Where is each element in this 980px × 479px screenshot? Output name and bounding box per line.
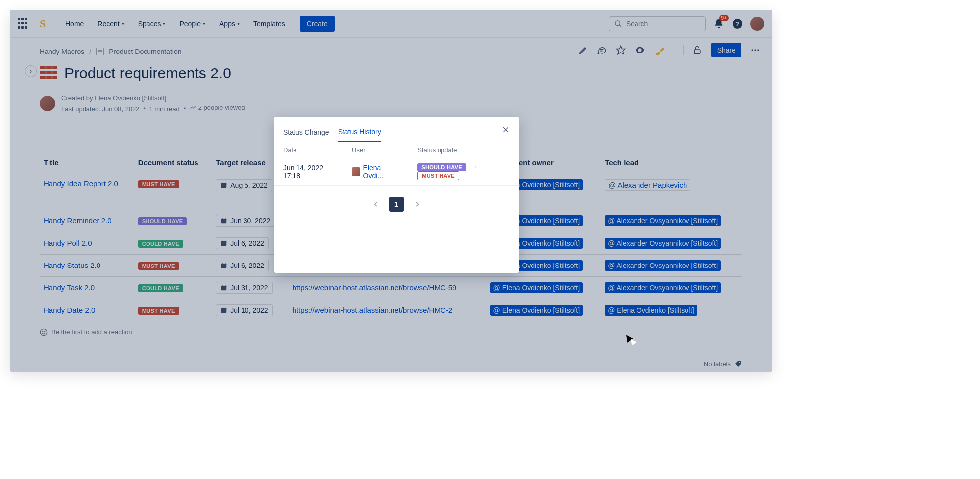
close-icon (502, 126, 510, 134)
app-frame: S Home Recent▾ Spaces▾ People▾ Apps▾ Tem… (10, 10, 772, 372)
hist-update: SHOULD HAVE → MUST HAVE (408, 158, 519, 186)
pager-page-1[interactable]: 1 (389, 197, 404, 212)
history-row: Jun 14, 2022 17:18 Elena Ovdi... SHOULD … (274, 158, 519, 186)
modal-close-button[interactable] (502, 126, 510, 139)
pager-next[interactable] (410, 197, 425, 212)
arrow-icon: → (471, 163, 478, 171)
hist-col-update: Status update (408, 142, 519, 158)
status-from: SHOULD HAVE (417, 163, 466, 171)
user-avatar-icon (352, 167, 360, 176)
tab-status-history[interactable]: Status History (338, 123, 381, 142)
hist-date: Jun 14, 2022 17:18 (274, 158, 343, 186)
chevron-right-icon (414, 201, 421, 208)
pagination: 1 (274, 197, 519, 212)
tab-status-change[interactable]: Status Change (283, 123, 329, 141)
status-history-modal: Status Change Status History Date User S… (274, 117, 519, 273)
hist-user-link[interactable]: Elena Ovdi... (363, 164, 400, 180)
history-table: Date User Status update Jun 14, 2022 17:… (274, 142, 519, 186)
hist-col-user: User (343, 142, 408, 158)
hist-col-date: Date (274, 142, 343, 158)
pager-prev[interactable] (368, 197, 383, 212)
status-to: MUST HAVE (417, 171, 459, 180)
chevron-left-icon (372, 201, 379, 208)
